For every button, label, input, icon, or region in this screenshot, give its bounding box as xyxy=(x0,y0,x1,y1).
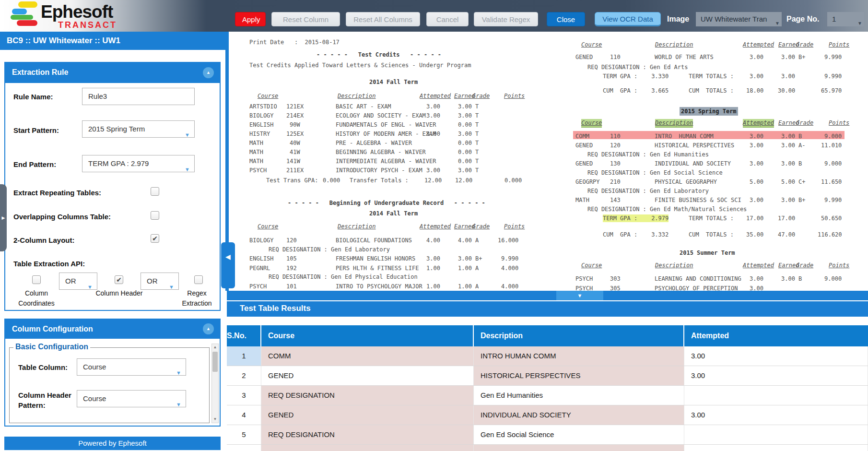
table-row[interactable]: 3REQ DESIGNATIONGen Ed Humanities xyxy=(227,386,868,405)
breadcrumb: BC9 :: UW Whitewater :: UW1 xyxy=(0,32,227,50)
table-column-select[interactable]: Course ▼ xyxy=(77,358,186,376)
results-body: 1COMMINTRO HUMAN COMM3.002GENEDHISTORICA… xyxy=(227,346,868,451)
column-coordinates-label: Column Coordinates xyxy=(10,288,63,309)
document-text: 210 xyxy=(610,178,621,186)
document-text: Description xyxy=(655,41,693,48)
document-line: REQ DESIGNATION : Gen Ed Math/Natural Sc… xyxy=(229,205,868,213)
api-or-select-1[interactable]: OR ▼ xyxy=(59,273,97,290)
document-line: CUM GPA : 3.665CUM TOTALS :18.0030.0065.… xyxy=(229,87,868,95)
scroll-down-icon[interactable]: ▼ xyxy=(212,416,218,423)
document-text: GEOGRPY xyxy=(575,178,600,186)
document-text: LEARNING AND CONDITIONING xyxy=(655,275,741,283)
start-pattern-select[interactable]: 2015 Spring Term ▼ xyxy=(82,120,195,138)
results-title: Test Table Results xyxy=(240,304,311,313)
document-text: 30.00 xyxy=(778,87,795,95)
validate-regex-button[interactable]: Validate Regex xyxy=(474,12,538,26)
document-text: Description xyxy=(338,223,375,230)
two-column-layout-checkbox[interactable]: ✔ xyxy=(151,234,159,243)
image-label: Image xyxy=(667,15,689,24)
document-canvas[interactable]: Print Date : 2015-08-17- - - - - Test Cr… xyxy=(229,32,868,291)
chevron-down-icon: ▼ xyxy=(775,16,780,31)
collapse-panel-icon[interactable]: ▲ xyxy=(203,67,214,78)
document-text: 3.00 B+ xyxy=(781,53,806,61)
overlapping-columns-checkbox[interactable] xyxy=(151,211,159,220)
document-text: 130 xyxy=(610,160,621,167)
chevron-down-icon: ▼ xyxy=(169,279,174,295)
table-row[interactable]: 6GEOGRPY 210PHYSICAL GEOGRAPHY5.00 xyxy=(227,445,868,451)
column-header-pattern-select[interactable]: Course ▼ xyxy=(77,390,186,407)
table-row[interactable]: 4GENEDINDIVIDUAL AND SOCIETY3.00 xyxy=(227,405,868,425)
document-text: Course xyxy=(581,41,602,48)
document-text: 3.00 xyxy=(750,132,763,140)
column-header-pattern-label: Column Header Pattern: xyxy=(18,390,75,410)
document-text: CUM GPA : 3.665 xyxy=(603,87,669,95)
table-cell-description: Gen Ed Social Science xyxy=(474,425,684,444)
document-text: WORLD OF THE ARTS xyxy=(655,53,714,61)
api-or-select-2[interactable]: OR ▼ xyxy=(141,273,179,290)
document-text: PSYCH xyxy=(575,275,593,283)
column-configuration-panel: Column Configuration ▲ Basic Configurati… xyxy=(4,319,221,427)
extract-repeating-tables-checkbox[interactable] xyxy=(151,187,159,196)
document-text: 2015 Summer Term xyxy=(680,249,735,257)
two-column-layout-label: 2-Column Layout: xyxy=(13,236,75,244)
api-or-1-value: OR xyxy=(65,277,76,285)
document-text: 110 xyxy=(610,132,621,140)
image-select[interactable]: UW Whitewater Tran ▼ xyxy=(696,12,782,26)
document-text: INTRO HUMAN COMM xyxy=(655,132,714,140)
document-text: GENED xyxy=(575,160,593,167)
collapse-panel-icon[interactable]: ▲ xyxy=(203,323,214,334)
document-line: PSYCH305PSYCHOLOGY OF PERCEPTION3.00 xyxy=(229,285,868,291)
document-text: Description xyxy=(655,119,693,128)
table-cell-course: REQ DESIGNATION xyxy=(261,386,474,405)
end-pattern-select[interactable]: TERM GPA : 2.979 ▼ xyxy=(82,155,195,172)
sidebar-collapse-handle[interactable]: ◀ xyxy=(221,242,235,288)
column-coordinates-checkbox[interactable] xyxy=(32,275,41,284)
extraction-rule-header: Extraction Rule ▲ xyxy=(5,63,220,83)
overlapping-columns-label: Overlapping Columns Table: xyxy=(13,213,111,221)
view-ocr-data-button[interactable]: View OCR Data xyxy=(595,12,661,26)
document-text: Course xyxy=(258,223,278,230)
document-text: Course xyxy=(581,261,602,269)
document-text: CUM GPA : 3.332 xyxy=(603,231,669,238)
document-text: 3.00 xyxy=(750,160,763,167)
apply-button[interactable]: Apply xyxy=(235,12,266,26)
brand-subtitle: TRANSACT xyxy=(58,20,117,30)
document-text: TERM GPA : 3.330 xyxy=(603,72,669,80)
table-column-label: Table Column: xyxy=(18,363,68,371)
document-text: 3.00 A- xyxy=(781,142,806,149)
page-no-label: Page No. xyxy=(786,15,819,24)
table-cell-attempted xyxy=(684,386,868,405)
document-line: GEOGRPY210PHYSICAL GEOGRAPHY5.005.00 C+1… xyxy=(229,178,868,186)
chevron-down-icon: ▼ xyxy=(857,16,862,31)
table-row[interactable]: 5REQ DESIGNATIONGen Ed Social Science xyxy=(227,425,868,445)
document-text: FINITE BUSINESS & SOC SCI xyxy=(655,196,741,204)
document-text: REQ DESIGNATION : Gen Ed Arts xyxy=(587,63,688,71)
document-text: 65.970 xyxy=(821,87,842,95)
document-text: 18.00 xyxy=(746,87,763,95)
close-button[interactable]: Close xyxy=(547,12,585,26)
extraction-rule-title: Extraction Rule xyxy=(12,68,68,77)
scrollbar-thumb[interactable] xyxy=(212,352,218,372)
rule-name-input[interactable]: Rule3 xyxy=(82,88,195,105)
document-line: 2015 Spring Term xyxy=(229,107,868,115)
panel-scrollbar[interactable]: ▲ ▼ xyxy=(211,344,219,423)
reset-all-columns-button[interactable]: Reset All Columns xyxy=(346,12,420,26)
page-no-select[interactable]: 1 ▼ xyxy=(827,12,864,26)
document-line: CourseDescriptionAttemptedEarnedGradePoi… xyxy=(229,223,868,230)
table-column-value: Course xyxy=(83,363,106,371)
table-row[interactable]: 2GENEDHISTORICAL PERSPECTIVES3.00 xyxy=(227,366,868,386)
table-row[interactable]: 1COMMINTRO HUMAN COMM3.00 xyxy=(227,346,868,366)
cancel-button[interactable]: Cancel xyxy=(426,12,469,26)
document-line: CourseDescriptionAttemptedEarnedGradePoi… xyxy=(229,119,868,127)
horizontal-splitter[interactable]: ▼ xyxy=(227,291,868,300)
splitter-collapse-handle[interactable]: ▼ xyxy=(556,291,603,300)
document-text: 3.00 B xyxy=(781,132,802,140)
scroll-up-icon[interactable]: ▲ xyxy=(212,344,218,351)
reset-column-button[interactable]: Reset Column xyxy=(271,12,340,26)
document-text: REQ DESIGNATION : Gen Ed Laboratory xyxy=(587,187,709,195)
app-window: Ephesoft TRANSACT Apply Reset Column Res… xyxy=(0,0,868,451)
expand-panel-handle[interactable]: ▶ xyxy=(0,184,7,251)
column-header-checkbox[interactable]: ✔ xyxy=(115,275,123,284)
document-text: 3.00 B xyxy=(781,160,802,167)
regex-extraction-checkbox[interactable] xyxy=(194,275,203,284)
